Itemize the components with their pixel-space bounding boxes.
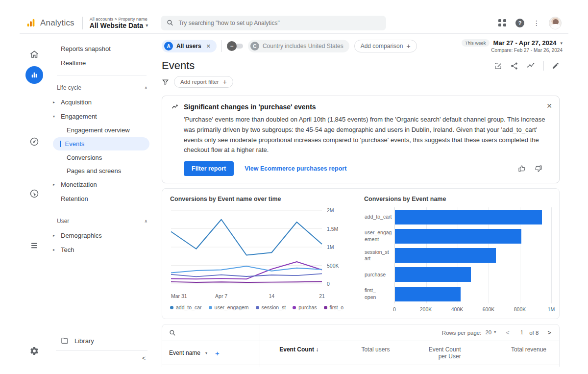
user-avatar[interactable]: [549, 17, 562, 29]
line-chart-pane: Conversions by Event name over time 0500…: [170, 196, 352, 314]
nav-section-life-cycle[interactable]: Life cycle∧: [49, 79, 154, 95]
help-icon[interactable]: ?: [515, 19, 524, 27]
sidebar-item-engagement-overview[interactable]: Engagement overview: [49, 124, 154, 137]
filter-funnel-icon[interactable]: [162, 78, 169, 86]
thumbs-up-icon[interactable]: [518, 165, 526, 173]
insights-icon[interactable]: [526, 62, 536, 70]
bar-first_open[interactable]: [395, 287, 461, 301]
thumbs-down-icon[interactable]: [535, 165, 542, 173]
sidebar-item-conversions[interactable]: Conversions: [49, 151, 154, 164]
legend-dot: [293, 306, 296, 309]
legend-dot: [324, 306, 327, 309]
bar-chart-title: Conversions by Event name: [364, 196, 551, 202]
column-event-count-per-user[interactable]: Event Count per User: [402, 341, 473, 365]
share-icon[interactable]: [510, 62, 518, 70]
add-comparison-button[interactable]: Add comparison +: [354, 40, 417, 52]
reports-icon[interactable]: [25, 66, 43, 84]
legend-item-add_to_car[interactable]: add_to_car: [170, 304, 202, 310]
column-total-users[interactable]: Total users: [331, 341, 402, 365]
bar-chart-x-axis: 0200K400K600K800K1M: [394, 306, 551, 314]
add-report-filter-button[interactable]: Add report filter +: [174, 76, 233, 88]
sidebar-item-realtime[interactable]: Realtime: [49, 56, 154, 70]
line-chart-title: Conversions by Event name over time: [170, 196, 352, 202]
sidebar-item-tech[interactable]: ▸Tech: [49, 243, 154, 257]
legend-item-first_o[interactable]: first_o: [324, 304, 344, 310]
bar-chart-pane: Conversions by Event name add_to_cartuse…: [364, 196, 551, 314]
legend-label: purchas: [298, 304, 317, 310]
insight-sparkline-icon: [171, 103, 179, 111]
bar-chart[interactable]: add_to_cartuser_engag ementsession_st ar…: [394, 207, 551, 303]
legend-dot: [170, 306, 173, 309]
comparison-chip-all-users[interactable]: A All users ✕: [162, 40, 217, 52]
configure-icon[interactable]: [25, 237, 43, 254]
analytics-app: Analytics All accounts > Property name A…: [20, 12, 568, 367]
insight-title: Significant changes in 'purchase' events: [184, 103, 316, 111]
home-icon[interactable]: [25, 46, 43, 63]
legend-dot: [209, 306, 212, 309]
date-range-picker[interactable]: This week Mar 27 - Apr 27, 2024 ▾ Compar…: [462, 39, 563, 53]
advertising-icon[interactable]: [25, 185, 43, 202]
rows-per-page-select[interactable]: 20 ▾: [484, 329, 497, 336]
customize-report-icon[interactable]: [494, 62, 502, 70]
legend-label: session_st: [262, 304, 286, 310]
legend-item-user_engagem[interactable]: user_engagem: [209, 304, 249, 310]
legend-item-purchas[interactable]: purchas: [293, 304, 317, 310]
add-dimension-icon[interactable]: +: [215, 349, 220, 357]
collapse-nav-icon[interactable]: <: [142, 355, 146, 362]
comparison-toggle[interactable]: −: [227, 41, 243, 51]
x-tick: 14: [269, 293, 274, 299]
rows-per-page-label: Rows per page:: [442, 330, 482, 336]
bar-purchase[interactable]: [395, 267, 471, 282]
sidebar-item-acquisition[interactable]: ▸Acquisition: [49, 95, 154, 109]
chevron-down-icon: ▾: [146, 23, 148, 28]
filter-report-button[interactable]: Filter report: [184, 161, 234, 176]
search-input[interactable]: [178, 20, 380, 26]
prev-page-icon[interactable]: <: [506, 329, 510, 336]
view-ecommerce-report-link[interactable]: View Ecommerce purchases report: [245, 165, 346, 172]
global-search[interactable]: [161, 16, 386, 30]
nav-section-user[interactable]: User∧: [49, 213, 154, 228]
comparison-chip-country[interactable]: C Country includes United States: [248, 40, 349, 52]
more-menu-icon[interactable]: ⋮: [533, 20, 540, 26]
events-table-card: Rows per page: 20 ▾ < 1 of 8 > Event nam…: [162, 324, 560, 367]
line-chart[interactable]: 0500K1M1.5M2M: [170, 207, 352, 292]
legend-item-session_st[interactable]: session_st: [256, 304, 286, 310]
table-search[interactable]: [162, 324, 260, 341]
next-page-icon[interactable]: >: [547, 329, 551, 336]
analytics-brand[interactable]: Analytics: [25, 18, 74, 28]
minus-toggle-icon: −: [227, 41, 237, 51]
close-icon[interactable]: ✕: [546, 102, 552, 110]
bar-user_engagement[interactable]: [395, 229, 521, 244]
sidebar-item-monetization[interactable]: ▸Monetization: [49, 177, 154, 192]
sidebar-item-pages-and-screens[interactable]: Pages and screens: [49, 164, 154, 177]
plus-icon: +: [223, 78, 227, 86]
sidebar-item-reports-snapshot[interactable]: Reports snapshot: [49, 42, 154, 56]
explore-icon[interactable]: [25, 133, 43, 150]
icon-rail: [20, 34, 49, 367]
column-event-name[interactable]: Event name ▾ +: [162, 341, 260, 365]
column-event-count[interactable]: Event Count ↓: [260, 341, 331, 365]
page-number[interactable]: 1: [518, 329, 525, 336]
sidebar-item-retention[interactable]: Retention: [49, 192, 154, 206]
page-of-label: of 8: [529, 330, 539, 336]
bar-session_start[interactable]: [395, 248, 496, 263]
sidebar-item-demographics[interactable]: ▸Demographics: [49, 228, 154, 243]
svg-text:1M: 1M: [327, 244, 334, 250]
edit-pencil-icon[interactable]: [552, 62, 560, 70]
property-selector[interactable]: All accounts > Property name All Website…: [90, 17, 148, 29]
plus-icon: +: [406, 42, 410, 50]
sidebar-item-events[interactable]: Events: [53, 137, 149, 150]
sidebar-item-library[interactable]: Library: [49, 333, 154, 350]
column-total-revenue[interactable]: Total revenue: [474, 341, 559, 365]
svg-text:2M: 2M: [327, 207, 334, 213]
apps-grid-icon[interactable]: [498, 19, 507, 26]
x-tick: Mar 31: [171, 293, 187, 299]
bar-category-label: user_engag ement: [365, 226, 392, 246]
sidebar-item-engagement[interactable]: ▾Engagement: [49, 109, 154, 124]
remove-comparison-icon[interactable]: ✕: [206, 43, 211, 50]
bar-add_to_cart[interactable]: [395, 210, 542, 224]
admin-gear-icon[interactable]: [25, 342, 43, 360]
chevron-down-icon[interactable]: ▾: [205, 351, 207, 355]
divider: [221, 40, 222, 52]
sort-down-icon: ↓: [316, 346, 318, 353]
